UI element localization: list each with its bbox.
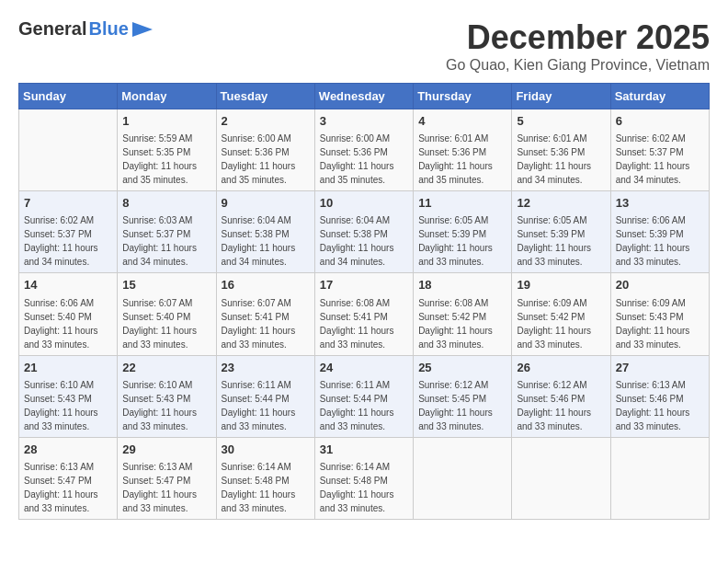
calendar-day-8: 8Sunrise: 6:03 AMSunset: 5:37 PMDaylight… (118, 191, 216, 273)
day-number: 24 (320, 360, 408, 376)
calendar-empty-cell (19, 109, 118, 191)
day-info: Sunrise: 6:02 AMSunset: 5:37 PMDaylight:… (616, 132, 704, 187)
day-info: Sunrise: 6:10 AMSunset: 5:43 PMDaylight:… (24, 378, 112, 433)
day-number: 19 (517, 277, 605, 293)
day-info: Sunrise: 6:13 AMSunset: 5:46 PMDaylight:… (616, 378, 704, 433)
day-info: Sunrise: 6:12 AMSunset: 5:45 PMDaylight:… (418, 378, 506, 433)
page-header: General Blue December 2025 Go Quao, Kien… (18, 18, 710, 74)
day-number: 30 (222, 442, 310, 458)
calendar-day-23: 23Sunrise: 6:11 AMSunset: 5:44 PMDayligh… (216, 355, 314, 437)
calendar-day-12: 12Sunrise: 6:05 AMSunset: 5:39 PMDayligh… (512, 191, 610, 273)
day-number: 4 (418, 113, 506, 130)
calendar-day-7: 7Sunrise: 6:02 AMSunset: 5:37 PMDaylight… (19, 191, 118, 273)
calendar-day-3: 3Sunrise: 6:00 AMSunset: 5:36 PMDaylight… (314, 109, 413, 191)
day-number: 21 (24, 360, 112, 376)
day-info: Sunrise: 6:07 AMSunset: 5:41 PMDaylight:… (222, 296, 310, 351)
column-header-saturday: Saturday (610, 84, 709, 109)
column-header-sunday: Sunday (19, 84, 118, 109)
day-number: 29 (122, 442, 210, 458)
day-info: Sunrise: 6:14 AMSunset: 5:48 PMDaylight:… (320, 460, 408, 515)
day-number: 11 (418, 195, 506, 212)
day-number: 20 (616, 277, 704, 293)
day-number: 10 (320, 195, 408, 212)
day-number: 8 (122, 195, 210, 212)
day-info: Sunrise: 6:09 AMSunset: 5:43 PMDaylight:… (616, 296, 704, 351)
day-number: 12 (517, 195, 605, 212)
calendar-day-15: 15Sunrise: 6:07 AMSunset: 5:40 PMDayligh… (118, 273, 216, 355)
calendar-day-19: 19Sunrise: 6:09 AMSunset: 5:42 PMDayligh… (512, 273, 610, 355)
day-info: Sunrise: 6:14 AMSunset: 5:48 PMDaylight:… (222, 460, 310, 515)
day-info: Sunrise: 6:01 AMSunset: 5:36 PMDaylight:… (418, 132, 506, 187)
column-header-thursday: Thursday (414, 84, 512, 109)
location-title: Go Quao, Kien Giang Province, Vietnam (446, 57, 710, 74)
calendar-day-6: 6Sunrise: 6:02 AMSunset: 5:37 PMDaylight… (610, 109, 709, 191)
calendar-week-5: 28Sunrise: 6:13 AMSunset: 5:47 PMDayligh… (19, 437, 710, 519)
day-number: 13 (616, 195, 704, 212)
day-info: Sunrise: 6:13 AMSunset: 5:47 PMDaylight:… (24, 460, 112, 515)
calendar-day-1: 1Sunrise: 5:59 AMSunset: 5:35 PMDaylight… (118, 109, 216, 191)
calendar-day-28: 28Sunrise: 6:13 AMSunset: 5:47 PMDayligh… (19, 437, 118, 519)
day-info: Sunrise: 6:06 AMSunset: 5:40 PMDaylight:… (24, 296, 112, 351)
day-number: 28 (24, 442, 112, 458)
calendar-day-30: 30Sunrise: 6:14 AMSunset: 5:48 PMDayligh… (216, 437, 314, 519)
day-number: 14 (24, 277, 112, 293)
day-info: Sunrise: 6:12 AMSunset: 5:46 PMDaylight:… (517, 378, 605, 433)
calendar-day-9: 9Sunrise: 6:04 AMSunset: 5:38 PMDaylight… (216, 191, 314, 273)
day-number: 23 (222, 360, 310, 376)
day-number: 5 (517, 113, 605, 130)
day-number: 27 (616, 360, 704, 376)
day-info: Sunrise: 6:10 AMSunset: 5:43 PMDaylight:… (122, 378, 210, 433)
day-info: Sunrise: 6:13 AMSunset: 5:47 PMDaylight:… (122, 460, 210, 515)
day-number: 25 (418, 360, 506, 376)
calendar-day-11: 11Sunrise: 6:05 AMSunset: 5:39 PMDayligh… (414, 191, 512, 273)
day-number: 26 (517, 360, 605, 376)
calendar-day-16: 16Sunrise: 6:07 AMSunset: 5:41 PMDayligh… (216, 273, 314, 355)
day-info: Sunrise: 6:04 AMSunset: 5:38 PMDaylight:… (320, 213, 408, 269)
day-info: Sunrise: 6:03 AMSunset: 5:37 PMDaylight:… (122, 213, 210, 269)
calendar-day-4: 4Sunrise: 6:01 AMSunset: 5:36 PMDaylight… (414, 109, 512, 191)
calendar-day-2: 2Sunrise: 6:00 AMSunset: 5:36 PMDaylight… (216, 109, 314, 191)
day-info: Sunrise: 6:07 AMSunset: 5:40 PMDaylight:… (122, 296, 210, 351)
day-info: Sunrise: 6:09 AMSunset: 5:42 PMDaylight:… (517, 296, 605, 351)
svg-marker-0 (132, 22, 153, 37)
calendar-day-22: 22Sunrise: 6:10 AMSunset: 5:43 PMDayligh… (118, 355, 216, 437)
logo-flag-icon (132, 22, 153, 37)
day-number: 6 (616, 113, 704, 130)
logo-blue-text: Blue (88, 18, 128, 40)
day-number: 9 (222, 195, 310, 212)
day-info: Sunrise: 6:05 AMSunset: 5:39 PMDaylight:… (418, 213, 506, 269)
calendar-week-4: 21Sunrise: 6:10 AMSunset: 5:43 PMDayligh… (19, 355, 710, 437)
day-number: 1 (122, 113, 210, 130)
day-number: 15 (122, 277, 210, 293)
calendar-day-31: 31Sunrise: 6:14 AMSunset: 5:48 PMDayligh… (314, 437, 413, 519)
day-info: Sunrise: 6:06 AMSunset: 5:39 PMDaylight:… (616, 213, 704, 269)
calendar-week-1: 1Sunrise: 5:59 AMSunset: 5:35 PMDaylight… (19, 109, 710, 191)
calendar-day-14: 14Sunrise: 6:06 AMSunset: 5:40 PMDayligh… (19, 273, 118, 355)
column-header-monday: Monday (118, 84, 216, 109)
calendar-day-10: 10Sunrise: 6:04 AMSunset: 5:38 PMDayligh… (314, 191, 413, 273)
day-number: 22 (122, 360, 210, 376)
calendar-day-27: 27Sunrise: 6:13 AMSunset: 5:46 PMDayligh… (610, 355, 709, 437)
day-info: Sunrise: 6:11 AMSunset: 5:44 PMDaylight:… (222, 378, 310, 433)
column-header-wednesday: Wednesday (314, 84, 413, 109)
day-info: Sunrise: 6:05 AMSunset: 5:39 PMDaylight:… (517, 213, 605, 269)
day-info: Sunrise: 5:59 AMSunset: 5:35 PMDaylight:… (122, 132, 210, 187)
calendar-day-26: 26Sunrise: 6:12 AMSunset: 5:46 PMDayligh… (512, 355, 610, 437)
calendar-day-25: 25Sunrise: 6:12 AMSunset: 5:45 PMDayligh… (414, 355, 512, 437)
calendar-day-17: 17Sunrise: 6:08 AMSunset: 5:41 PMDayligh… (314, 273, 413, 355)
day-number: 2 (222, 113, 310, 130)
calendar-day-20: 20Sunrise: 6:09 AMSunset: 5:43 PMDayligh… (610, 273, 709, 355)
day-info: Sunrise: 6:04 AMSunset: 5:38 PMDaylight:… (222, 213, 310, 269)
calendar-week-3: 14Sunrise: 6:06 AMSunset: 5:40 PMDayligh… (19, 273, 710, 355)
calendar-week-2: 7Sunrise: 6:02 AMSunset: 5:37 PMDaylight… (19, 191, 710, 273)
calendar-empty-cell (610, 437, 709, 519)
day-info: Sunrise: 6:08 AMSunset: 5:42 PMDaylight:… (418, 296, 506, 351)
calendar-day-21: 21Sunrise: 6:10 AMSunset: 5:43 PMDayligh… (19, 355, 118, 437)
logo-general-text: General (18, 18, 86, 40)
day-info: Sunrise: 6:08 AMSunset: 5:41 PMDaylight:… (320, 296, 408, 351)
calendar-table: SundayMondayTuesdayWednesdayThursdayFrid… (18, 83, 710, 520)
day-info: Sunrise: 6:00 AMSunset: 5:36 PMDaylight:… (320, 132, 408, 187)
calendar-empty-cell (414, 437, 512, 519)
day-info: Sunrise: 6:00 AMSunset: 5:36 PMDaylight:… (222, 132, 310, 187)
calendar-day-24: 24Sunrise: 6:11 AMSunset: 5:44 PMDayligh… (314, 355, 413, 437)
